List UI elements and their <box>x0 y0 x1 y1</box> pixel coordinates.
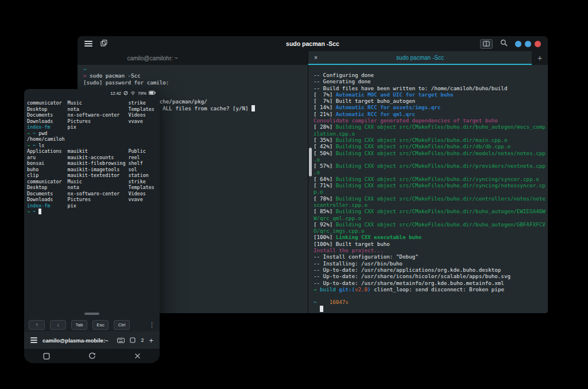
maximize-button[interactable] <box>525 41 531 47</box>
titlebar[interactable]: sudo pacman -Scc <box>78 36 548 51</box>
session-title: camilo@plasma-mobile:~ <box>42 337 109 344</box>
terminal-line: Desktop nota Templates <box>27 106 160 113</box>
terminal-line: Documents nx-software-center Videos <box>27 191 160 197</box>
tab-bar: camilo@camilohr: ~ × sudo pacman -Scc + <box>78 51 548 65</box>
mobile-status-bar: 12:42 79% <box>24 89 160 98</box>
terminal-line: [ 42%] Building CXX object src/CMakeFile… <box>314 143 548 149</box>
home-circle-icon[interactable] <box>88 352 96 360</box>
terminal-line: [ 92%] Building CXX object src/CMakeFile… <box>314 221 548 228</box>
terminal-line: -- Up-to-date: /usr/share/metainfo/org.k… <box>314 280 548 286</box>
terminal-line <box>314 292 548 299</box>
hamburger-menu-icon[interactable] <box>30 337 37 343</box>
tab-sudo-pacman[interactable]: × sudo pacman -Scc <box>308 51 532 65</box>
new-tab-icon[interactable]: + <box>149 336 153 345</box>
terminal-line: ~ <box>83 66 308 72</box>
terminal-line: -- Up-to-date: /usr/share/applications/o… <box>314 267 548 273</box>
terminal-line: index-fm pix <box>27 124 160 130</box>
keyboard-toggle-icon[interactable] <box>117 335 125 345</box>
terminal-line: communicator Music strike <box>27 100 160 106</box>
terminal-line: [ 7%] Built target buho_autogen <box>314 98 548 104</box>
terminal-line: [100%] Built target buho <box>314 241 548 247</box>
terminal-line: [ 21%] Automatic RCC for qml.qrc <box>314 111 548 117</box>
key-button-ctrl[interactable]: Ctrl <box>114 320 130 330</box>
terminal-line: → ~ <box>27 209 160 215</box>
battery-icon <box>149 91 156 96</box>
terminal-line <box>314 306 548 312</box>
search-icon[interactable] <box>500 38 508 49</box>
terminal-line: Consolidate compiler generated dependenc… <box>314 117 548 124</box>
tabs-icon[interactable] <box>130 335 136 345</box>
terminal-line: buho mauikit-imagetools sol <box>27 167 160 173</box>
terminal-line: Documents nx-software-center Videos <box>27 112 160 118</box>
terminal-line: → ~ pwd <box>27 130 160 137</box>
terminal-line: Install the project... <box>314 247 548 253</box>
overflow-menu-icon[interactable]: ⋮ <box>149 321 155 329</box>
terminal-line: [100%] Linking CXX executable buho <box>314 234 548 240</box>
terminal-line: [ 50%] Building CXX object src/CMakeFile… <box>314 150 548 156</box>
terminal-line: [ 14%] Automatic RCC for assets/imgs.qrc <box>314 104 548 110</box>
mobile-terminal-area: communicator Music strikeDesktop nota Te… <box>24 98 160 318</box>
mobile-terminal-window: 12:42 79% communicator Music strikeDeskt… <box>24 89 160 363</box>
wifi-icon <box>130 91 136 97</box>
terminal-line: [ 7%] Automatic MOC and UIC for target b… <box>314 91 548 98</box>
clock: 12:42 <box>110 91 121 96</box>
clone-tab-icon[interactable] <box>100 38 107 49</box>
terminal-line: -- Install configuration: "Debug" <box>314 253 548 260</box>
split-view-button[interactable] <box>480 39 493 49</box>
tab-label: sudo pacman -Scc <box>323 55 517 61</box>
mobile-nav-bar <box>24 349 160 363</box>
terminal-line: [ 71%] Building CXX object src/CMakeFile… <box>314 182 548 188</box>
close-button[interactable] <box>535 41 541 47</box>
terminal-line: p.o <box>314 188 548 195</box>
terminal-line: [ 57%] Building CXX object src/CMakeFile… <box>314 163 548 169</box>
terminal-line: → ~ ls <box>27 142 160 149</box>
scrollbar-thumb[interactable] <box>309 148 312 176</box>
terminal-line: -- Build files have been written to: /ho… <box>314 85 548 91</box>
scroll-indicator[interactable] <box>84 313 99 315</box>
terminal-line: -- Installing: /usr/bin/buho <box>314 260 548 267</box>
mobile-terminal-output[interactable]: communicator Music strikeDesktop nota Te… <box>24 98 160 215</box>
window-title: sudo pacman -Scc <box>78 40 548 47</box>
terminal-pane-right[interactable]: -- Configuring done-- Generating done-- … <box>308 65 548 312</box>
tab-close-icon[interactable]: × <box>308 55 323 61</box>
terminal-line: [ 28%] Building CXX object src/CMakeFile… <box>314 124 548 130</box>
terminal-line: /home/camiloh <box>27 136 160 142</box>
key-button-tab[interactable]: Tab <box>71 320 87 330</box>
terminal-line: [ 35%] Building CXX object src/CMakeFile… <box>314 137 548 143</box>
terminal-line: communicator Music strike <box>27 179 160 185</box>
terminal-line: -- Generating done <box>314 78 548 84</box>
key-button-↓[interactable]: ↓ <box>50 320 66 330</box>
terminal-line: .o <box>314 156 548 163</box>
key-button-esc[interactable]: Esc <box>92 320 109 330</box>
terminal-line: Downloads Pictures vvave <box>27 118 160 125</box>
split-view-icon <box>483 41 490 47</box>
terminal-line: > sudo pacman -Scc <box>83 72 308 79</box>
key-button-↑[interactable]: ↑ <box>29 320 45 330</box>
terminal-line: → build git:(v2.0) client_loop: send dis… <box>314 286 548 292</box>
battery-percent: 79% <box>138 91 146 96</box>
terminal-line: -- Up-to-date: /usr/share/icons/hicolor/… <box>314 273 548 279</box>
terminal-line: [ 64%] Building CXX object src/CMakeFile… <box>314 176 548 182</box>
tab-label: camilo@camilohr: ~ <box>127 55 177 61</box>
terminal-line: [sudo] password for camilo: <box>83 79 308 86</box>
terminal-line: [ 78%] Building CXX object src/CMakeFile… <box>314 195 548 202</box>
terminal-line: bonsai mauikit-filebrowsing shelf <box>27 160 160 167</box>
mobile-toolbar: camilo@plasma-mobile:~ 2 + <box>24 332 160 349</box>
terminal-line: O/qrc_imgs.cpp.o <box>314 228 548 234</box>
terminal-line: W/qrc_qml.cpp.o <box>314 215 548 221</box>
task-switcher-icon[interactable] <box>43 353 50 360</box>
terminal-line: Applications mauikit Public <box>27 148 160 155</box>
terminal-line: ilation.cpp.o <box>314 130 548 137</box>
new-tab-button[interactable]: + <box>532 51 548 65</box>
terminal-line: ~ 16047s <box>314 299 548 305</box>
terminal-line: Downloads Pictures vvave <box>27 197 160 203</box>
minimize-button[interactable] <box>515 41 521 47</box>
terminal-line: aru mauikit-accounts reel <box>27 155 160 161</box>
terminal-line: index-fm pix <box>27 203 160 209</box>
terminal-pane-right-wrap: -- Configuring done-- Generating done-- … <box>308 65 548 313</box>
terminal-line: .o <box>314 169 548 175</box>
hamburger-menu-icon[interactable] <box>84 41 92 47</box>
tab-camilo-home[interactable]: camilo@camilohr: ~ <box>78 51 308 65</box>
close-x-icon[interactable] <box>134 353 141 359</box>
terminal-line: scontroller.cpp.o <box>314 202 548 208</box>
